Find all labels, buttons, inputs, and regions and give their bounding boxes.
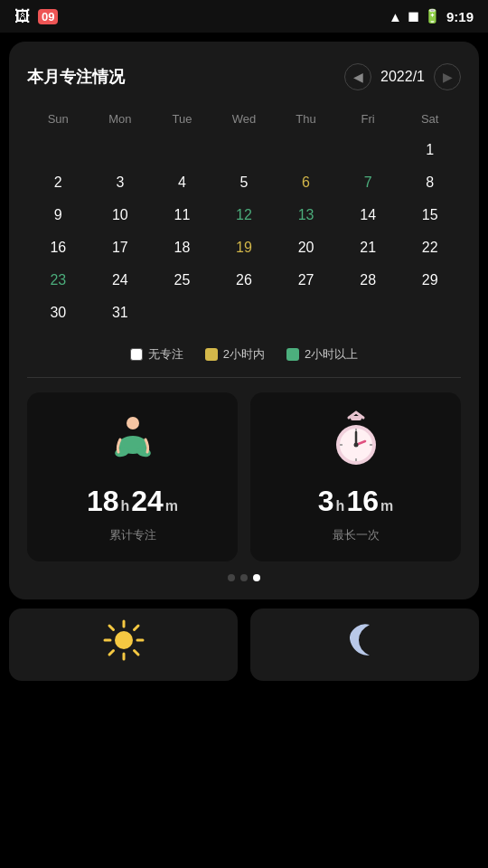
stat-card-longest: 3h 16m 最长一次 (250, 392, 461, 561)
longest-focus-label: 最长一次 (333, 527, 380, 543)
calendar-day[interactable]: 15 (399, 200, 461, 231)
photo-icon: 🖼 (14, 7, 31, 26)
calendar-day[interactable]: 28 (337, 265, 399, 296)
calendar-day[interactable]: 25 (151, 265, 213, 296)
svg-line-22 (109, 651, 114, 656)
time-display: 9:19 (446, 9, 474, 24)
legend-label-no-focus: 无专注 (148, 346, 183, 363)
bottom-card-moon (250, 609, 479, 681)
calendar-nav: ◀ 2022/1 ▶ (344, 63, 461, 90)
bottom-card-sunny (9, 609, 238, 681)
battery-icon: 🔋 (424, 8, 441, 24)
timer-icon (327, 410, 385, 476)
calendar-day[interactable]: 27 (275, 265, 337, 296)
calendar-day[interactable]: 16 (27, 232, 89, 263)
page-dot-3 (253, 574, 260, 581)
calendar-day[interactable]: 10 (89, 200, 152, 231)
signal-icon: ◼ (408, 8, 418, 24)
page-dot-2 (240, 574, 248, 581)
calendar-day[interactable]: 1 (399, 135, 461, 165)
calendar-day[interactable]: 11 (151, 200, 213, 231)
calendar-days: 1234567891011121314151617181920212223242… (27, 135, 461, 328)
calendar-day[interactable]: 31 (89, 297, 152, 328)
calendar-day[interactable]: 19 (213, 232, 276, 263)
calendar-grid: Sun Mon Tue Wed Thu Fri Sat 123456789101… (27, 108, 461, 328)
legend-no-focus: 无专注 (130, 346, 183, 363)
calendar-day[interactable]: 6 (275, 167, 337, 198)
total-focus-label: 累计专注 (109, 527, 156, 543)
weekday-sat: Sat (399, 108, 461, 129)
longest-hours: 3 (318, 485, 334, 518)
svg-line-19 (109, 626, 114, 630)
longest-focus-value: 3h 16m (318, 485, 393, 518)
calendar-day[interactable]: 23 (27, 265, 89, 296)
total-minutes-unit: m (165, 498, 178, 514)
bottom-preview (0, 609, 488, 681)
calendar-title: 本月专注情况 (27, 66, 125, 88)
status-right-icons: ▲ ◼ 🔋 9:19 (389, 8, 474, 24)
calendar-day[interactable]: 29 (399, 265, 461, 296)
legend-under-2h: 2小时内 (205, 346, 265, 363)
calendar-day[interactable]: 9 (27, 200, 89, 231)
svg-line-20 (134, 651, 138, 656)
calendar-day[interactable]: 17 (89, 232, 152, 263)
weekday-wed: Wed (213, 108, 276, 129)
weekday-thu: Thu (275, 108, 337, 129)
calendar-header: 本月专注情况 ◀ 2022/1 ▶ (27, 63, 461, 90)
calendar-day[interactable]: 22 (399, 232, 461, 263)
total-focus-value: 18h 24m (87, 485, 178, 518)
calendar-day[interactable]: 7 (337, 167, 399, 198)
calendar-weekdays: Sun Mon Tue Wed Thu Fri Sat (27, 108, 461, 129)
status-left-icons: 🖼 09 (14, 7, 58, 26)
calendar-day[interactable]: 3 (89, 167, 152, 198)
page-dot-1 (228, 574, 235, 581)
svg-point-9 (353, 443, 358, 448)
divider (27, 377, 461, 378)
calendar-month: 2022/1 (380, 69, 425, 85)
svg-line-21 (134, 626, 138, 630)
wifi-icon: ▲ (389, 9, 402, 24)
legend-dot-white (130, 348, 143, 361)
calendar-day[interactable]: 12 (213, 200, 276, 231)
stats-cards: 18h 24m 累计专注 (27, 392, 461, 561)
calendar-day[interactable]: 8 (399, 167, 461, 198)
page-dots (27, 574, 461, 581)
status-bar: 🖼 09 ▲ ◼ 🔋 9:19 (0, 0, 488, 33)
calendar-day[interactable]: 13 (275, 200, 337, 231)
main-card: 本月专注情况 ◀ 2022/1 ▶ Sun Mon Tue Wed Thu Fr… (9, 42, 479, 599)
longest-minutes-unit: m (380, 498, 393, 514)
total-hours: 18 (87, 485, 119, 518)
legend-dot-yellow (205, 348, 218, 361)
sunny-icon (101, 618, 146, 672)
longest-hours-unit: h (336, 498, 345, 514)
legend-dot-green (286, 348, 299, 361)
meditation-icon (104, 410, 162, 476)
calendar-day[interactable]: 18 (151, 232, 213, 263)
next-month-button[interactable]: ▶ (434, 63, 461, 90)
calendar-legend: 无专注 2小时内 2小时以上 (27, 346, 461, 363)
prev-month-button[interactable]: ◀ (344, 63, 371, 90)
weekday-fri: Fri (337, 108, 399, 129)
moon-icon (343, 618, 388, 672)
legend-label-under-2h: 2小时内 (223, 346, 265, 363)
calendar-day[interactable]: 24 (89, 265, 152, 296)
calendar-day[interactable]: 26 (213, 265, 276, 296)
calendar-day[interactable]: 30 (27, 297, 89, 328)
calendar-day[interactable]: 5 (213, 167, 276, 198)
longest-minutes: 16 (346, 485, 379, 518)
weekday-sun: Sun (27, 108, 89, 129)
total-hours-unit: h (120, 498, 129, 514)
legend-label-over-2h: 2小时以上 (305, 346, 358, 363)
weekday-mon: Mon (89, 108, 152, 129)
calendar-day[interactable]: 2 (27, 167, 89, 198)
weekday-tue: Tue (151, 108, 213, 129)
calendar-day[interactable]: 21 (337, 232, 399, 263)
stat-card-total: 18h 24m 累计专注 (27, 392, 238, 561)
calendar-day[interactable]: 14 (337, 200, 399, 231)
calendar-day[interactable]: 4 (151, 167, 213, 198)
legend-over-2h: 2小时以上 (286, 346, 358, 363)
total-minutes: 24 (131, 485, 164, 518)
calendar-day[interactable]: 20 (275, 232, 337, 263)
app-icon: 09 (38, 9, 58, 24)
svg-point-0 (127, 417, 139, 429)
